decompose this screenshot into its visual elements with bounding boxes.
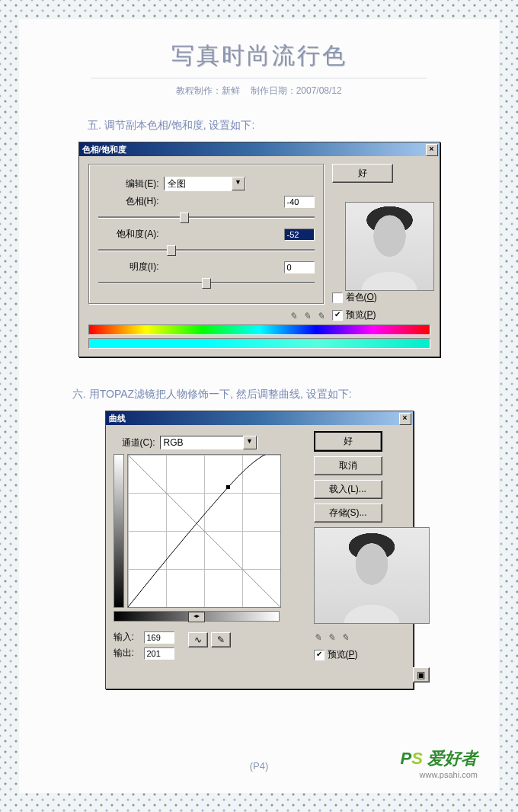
dialog-title: 色相/饱和度 [82, 145, 126, 154]
hue-slider[interactable] [98, 213, 315, 222]
light-slider[interactable] [98, 278, 315, 287]
divider [91, 78, 427, 78]
hue-sat-dialog: 色相/饱和度 × 编辑(E): 全图 ▼ [78, 142, 440, 357]
eyedropper-icon[interactable]: ✎ [314, 632, 321, 643]
output-value[interactable]: 201 [144, 647, 174, 660]
pencil-tool-button[interactable]: ✎ [211, 632, 231, 647]
sat-label: 饱和度(A): [98, 228, 159, 241]
curves-eyedroppers[interactable]: ✎ ✎ ✎ [314, 632, 349, 643]
light-value[interactable]: 0 [284, 261, 315, 273]
svg-rect-0 [226, 485, 230, 489]
edit-select[interactable]: 全图 ▼ [164, 177, 246, 190]
hue-gradient [88, 324, 430, 335]
eyedropper-icon[interactable]: ✎ [328, 632, 335, 643]
edit-label: 编辑(E): [98, 177, 159, 190]
output-label: 输出: [114, 647, 144, 660]
preview-checkbox[interactable]: ✔预览(P) [332, 308, 376, 321]
ok-button[interactable]: 好 [332, 164, 393, 183]
meta-line: 教程制作：新鲜 制作日期：2007/08/12 [19, 85, 499, 98]
curve-tool-button[interactable]: ∿ [188, 632, 208, 647]
hue-value[interactable]: -40 [284, 196, 315, 208]
page-title: 写真时尚流行色 [19, 19, 499, 72]
watermark: PS 爱好者 www.psahi.com [401, 747, 478, 779]
close-icon[interactable]: × [399, 413, 411, 425]
chevron-down-icon[interactable]: ▼ [232, 177, 245, 190]
vertical-gradient [114, 454, 124, 608]
eyedropper-icons[interactable]: ✎ ✎ ✎ [289, 311, 325, 321]
curves-title: 曲线 [109, 414, 126, 423]
step6-text: 六. 用TOPAZ滤镜把人物修饰一下, 然后调整曲线, 设置如下: [72, 388, 499, 401]
step5-text: 五. 调节副本色相/饱和度, 设置如下: [88, 119, 499, 133]
curves-load-button[interactable]: 载入(L)... [314, 480, 382, 499]
eyedropper-icon[interactable]: ✎ [341, 632, 349, 643]
channel-select[interactable]: RGB ▼ [160, 436, 257, 449]
light-label: 明度(I): [98, 261, 159, 273]
result-gradient [88, 338, 430, 349]
input-value[interactable]: 169 [144, 631, 174, 644]
expand-icon[interactable]: ▣ [413, 667, 430, 683]
input-label: 输入: [114, 631, 144, 644]
gradient-arrows-icon[interactable]: ◂▸ [188, 612, 205, 622]
dialog-titlebar[interactable]: 色相/饱和度 × [79, 142, 440, 156]
chevron-down-icon[interactable]: ▼ [243, 436, 257, 449]
curves-preview [314, 527, 430, 624]
horizontal-gradient[interactable]: ◂▸ [114, 611, 280, 622]
sat-value[interactable]: -52 [284, 229, 315, 241]
curves-save-button[interactable]: 存储(S)... [314, 504, 382, 523]
curve-path [128, 455, 280, 607]
curves-ok-button[interactable]: 好 [314, 431, 382, 452]
eyedropper-minus-icon[interactable]: ✎ [317, 311, 325, 321]
eyedropper-plus-icon[interactable]: ✎ [303, 311, 311, 321]
curve-grid[interactable] [127, 454, 281, 608]
close-icon[interactable]: × [426, 144, 438, 156]
sat-slider[interactable] [98, 245, 315, 254]
colorize-checkbox[interactable]: 着色(O) [332, 291, 377, 304]
curves-dialog: 曲线 × 通道(C): RGB ▼ [105, 411, 414, 689]
curves-titlebar[interactable]: 曲线 × [106, 411, 413, 425]
curves-preview-checkbox[interactable]: ✔预览(P) [314, 648, 358, 661]
eyedropper-icon[interactable]: ✎ [289, 311, 297, 321]
channel-label: 通道(C): [114, 436, 155, 449]
preview-thumbnail [345, 202, 434, 291]
hue-sat-fieldset: 编辑(E): 全图 ▼ 色相(H): -40 [88, 164, 325, 305]
hue-label: 色相(H): [98, 195, 159, 208]
curves-cancel-button[interactable]: 取消 [314, 456, 382, 475]
